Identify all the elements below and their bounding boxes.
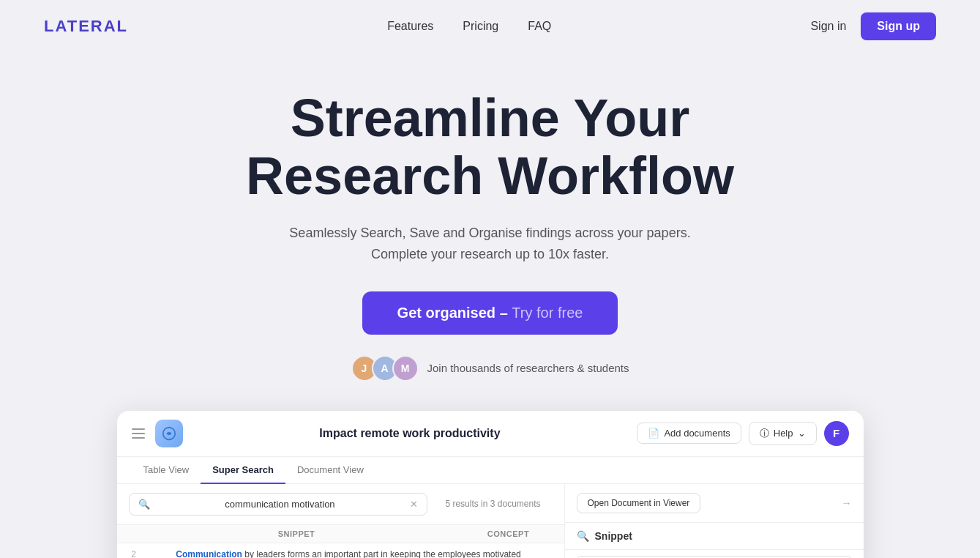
avatar-3: M [392, 355, 419, 382]
app-preview: Impact remote work productivity 📄 Add do… [117, 411, 864, 558]
col-concept-header: Concept [465, 529, 553, 538]
app-project-title: Impact remote work productivity [193, 427, 627, 440]
chevron-down-icon: ⌄ [798, 428, 806, 439]
highlight-text: Communication [176, 549, 242, 558]
hamburger-icon[interactable] [132, 428, 145, 439]
search-bar: 🔍 communication motivation ✕ 5 results i… [117, 484, 564, 525]
arrow-icon: → [842, 497, 852, 509]
cta-button[interactable]: Get organised – Try for free [362, 291, 618, 335]
tab-document-view[interactable]: Document View [285, 457, 375, 484]
user-avatar-button[interactable]: F [824, 421, 849, 446]
nav-actions: Sign in Sign up [810, 12, 936, 40]
app-right-panel: Open Document in Viewer → 🔍 Snippet [565, 484, 864, 558]
social-proof-text: Join thousands of researchers & students [427, 362, 629, 374]
table-header: Snippet Concept [117, 525, 564, 543]
table-row: 2 Communication by leaders forms an impo… [117, 543, 564, 558]
app-topbar-actions: 📄 Add documents ⓘ Help ⌄ F [637, 421, 848, 446]
cta-separator: – [495, 305, 512, 321]
row-number: 2 [129, 549, 139, 558]
help-button[interactable]: ⓘ Help ⌄ [749, 422, 817, 445]
snippet-label: 🔍 Snippet [565, 523, 864, 550]
snippet-search-icon: 🔍 [577, 530, 589, 542]
nav-links: Features Pricing FAQ [387, 20, 551, 33]
tab-super-search[interactable]: Super Search [201, 457, 285, 484]
social-proof: J A M Join thousands of researchers & st… [351, 355, 629, 382]
add-docs-label: Add documents [664, 428, 730, 439]
open-doc-bar: Open Document in Viewer → [565, 484, 864, 523]
app-topbar: Impact remote work productivity 📄 Add do… [117, 411, 864, 457]
hero-subtitle: Seamlessly Search, Save and Organise fin… [289, 223, 690, 265]
avatar-group: J A M [351, 355, 419, 382]
sign-up-button[interactable]: Sign up [861, 12, 936, 40]
tab-table-view[interactable]: Table View [132, 457, 201, 484]
nav-pricing[interactable]: Pricing [463, 20, 498, 32]
help-label: Help [774, 428, 793, 439]
app-body: 🔍 communication motivation ✕ 5 results i… [117, 484, 864, 558]
row-text: Communication by leaders forms an import… [145, 549, 553, 558]
logo: LATERAL [44, 17, 128, 36]
hero-title: Streamline Your Research Workflow [246, 89, 734, 205]
col-snippet-header: Snippet [129, 529, 465, 538]
add-documents-button[interactable]: 📄 Add documents [637, 423, 741, 444]
search-clear-icon[interactable]: ✕ [410, 499, 418, 510]
add-docs-icon: 📄 [648, 428, 659, 439]
open-document-button[interactable]: Open Document in Viewer [577, 493, 701, 513]
sign-in-link[interactable]: Sign in [810, 20, 846, 33]
search-query-text: communication motivation [156, 499, 405, 510]
app-tabs: Table View Super Search Document View [117, 457, 864, 484]
app-left-panel: 🔍 communication motivation ✕ 5 results i… [117, 484, 565, 558]
search-input-wrapper[interactable]: 🔍 communication motivation ✕ [129, 493, 428, 516]
hero-section: Streamline Your Research Workflow Seamle… [0, 53, 980, 558]
cta-bold-text: Get organised [397, 305, 495, 321]
snippet-label-text: Snippet [595, 530, 632, 542]
cta-light-text: Try for free [512, 305, 583, 321]
nav-faq[interactable]: FAQ [528, 20, 551, 32]
row-text-after: by leaders forms an important part in ke… [242, 549, 521, 558]
navbar: LATERAL Features Pricing FAQ Sign in Sig… [0, 0, 980, 53]
results-count: 5 results in 3 documents [433, 499, 552, 509]
help-icon: ⓘ [760, 427, 769, 440]
nav-features[interactable]: Features [387, 20, 433, 32]
app-logo-icon [155, 420, 183, 447]
search-icon: 🔍 [138, 499, 150, 510]
